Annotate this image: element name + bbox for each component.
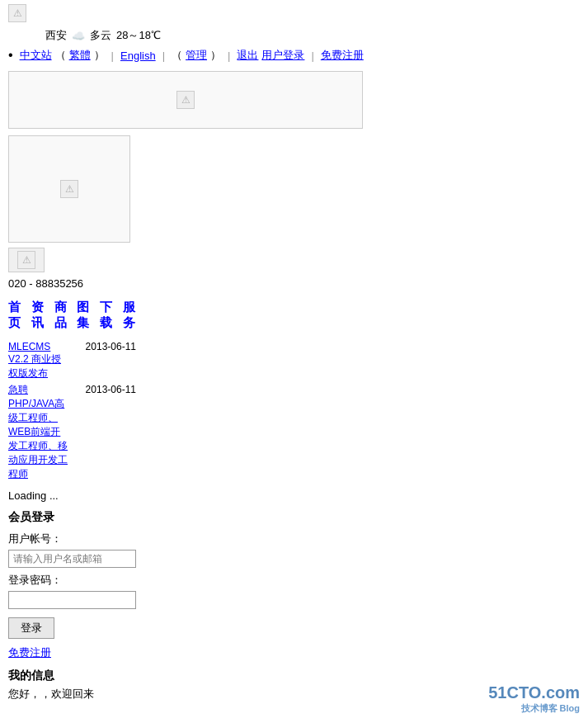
banner-area <box>8 71 363 129</box>
my-info-title: 我的信息 <box>8 669 136 683</box>
username-label: 用户帐号： <box>8 532 136 546</box>
login-section: 会员登录 用户帐号： 登录密码： 登录 免费注册 <box>8 510 136 660</box>
nav-chinese-site[interactable]: 中文站 <box>20 48 52 63</box>
weather-bar: 西安 ☁️ 多云 28～18℃ <box>0 26 588 46</box>
top-bar <box>0 0 588 26</box>
nav-service[interactable]: 服务 <box>123 300 136 331</box>
sidebar-logo-image <box>60 180 78 198</box>
news-list: MLECMS V2.2 商业授权版发布 2013-06-11 急聘PHP/JAV… <box>8 341 136 481</box>
login-button[interactable]: 登录 <box>8 617 54 639</box>
news-item: 急聘PHP/JAVA高级工程师、WEB前端开发工程师、移动应用开发工程师 201… <box>8 383 136 481</box>
my-info-section: 我的信息 您好，，欢迎回来 <box>8 669 136 702</box>
password-label: 登录密码： <box>8 573 136 588</box>
login-title: 会员登录 <box>8 510 136 525</box>
news-date-2: 2013-06-11 <box>86 384 136 395</box>
nav-logout[interactable]: 退出 <box>237 48 258 63</box>
left-sidebar: 020 - 88835256 首页 资讯 商品 图集 下载 服务 MLECMS … <box>8 135 136 702</box>
welcome-text: 您好，，欢迎回来 <box>8 687 136 702</box>
nav-bullet: • <box>8 48 13 63</box>
banner-image <box>176 91 195 109</box>
username-input[interactable] <box>8 550 136 568</box>
weather-icon-symbol: ☁️ <box>72 30 85 42</box>
password-input[interactable] <box>8 591 136 609</box>
nav-products[interactable]: 商品 <box>54 300 68 331</box>
nav-bar: • 中文站 （繁體） | English | （管理） | 退出 用户登录 | … <box>0 46 588 66</box>
nav-home[interactable]: 首页 <box>8 300 21 331</box>
nav-traditional[interactable]: 繁體 <box>69 48 91 63</box>
loading-text: Loading ... <box>8 489 136 502</box>
weather-temp: 28～18℃ <box>116 28 161 43</box>
watermark-tagline: 技术博客 Blog <box>488 702 580 715</box>
sidebar-btn-area <box>8 248 136 272</box>
sidebar-button[interactable] <box>8 248 45 272</box>
favicon-icon <box>8 4 26 22</box>
nav-english[interactable]: English <box>120 50 156 62</box>
nav-admin[interactable]: 管理 <box>186 48 207 63</box>
nav-news[interactable]: 资讯 <box>31 300 45 331</box>
sidebar-btn-icon <box>17 251 35 269</box>
news-item: MLECMS V2.2 商业授权版发布 2013-06-11 <box>8 341 136 380</box>
nav-gallery[interactable]: 图集 <box>77 300 90 331</box>
sidebar-logo-box <box>8 135 130 243</box>
nav-register[interactable]: 免费注册 <box>321 48 364 63</box>
phone-number: 020 - 88835256 <box>8 277 136 290</box>
nav-download[interactable]: 下载 <box>100 300 113 331</box>
weather-condition: 多云 <box>90 28 111 43</box>
news-link-1[interactable]: MLECMS V2.2 商业授权版发布 <box>8 341 69 380</box>
nav-login[interactable]: 用户登录 <box>261 48 304 63</box>
news-link-2[interactable]: 急聘PHP/JAVA高级工程师、WEB前端开发工程师、移动应用开发工程师 <box>8 383 69 481</box>
news-date-1: 2013-06-11 <box>86 341 136 352</box>
weather-city: 西安 <box>45 28 67 43</box>
main-layout: 020 - 88835256 首页 资讯 商品 图集 下载 服务 MLECMS … <box>0 135 588 702</box>
register-link[interactable]: 免费注册 <box>8 645 136 660</box>
watermark: 51CTO.com 技术博客 Blog <box>488 683 580 715</box>
main-nav: 首页 资讯 商品 图集 下载 服务 <box>8 296 136 334</box>
watermark-site: 51CTO.com <box>488 683 580 702</box>
